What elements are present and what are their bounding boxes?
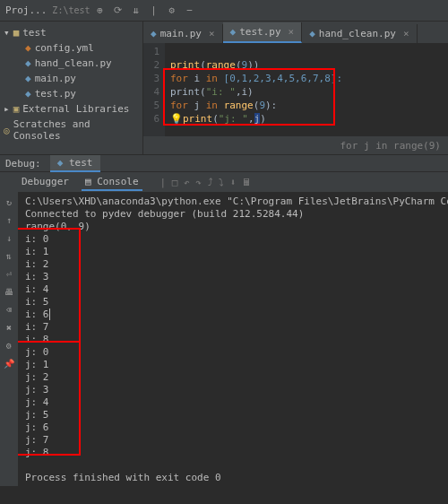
- close-icon[interactable]: ×: [403, 28, 409, 39]
- wrap-icon[interactable]: ⏎: [3, 267, 15, 280]
- console-line: i: 3: [25, 271, 441, 283]
- tree-file-label: hand_clean.py: [35, 57, 112, 69]
- console-line: j: 0: [25, 346, 441, 359]
- file-icon: ◆: [25, 88, 31, 100]
- project-dropdown[interactable]: Proj...: [0, 4, 52, 16]
- debugger-tab[interactable]: Debugger: [18, 174, 73, 191]
- debug-panel-header: Debug: ◆ test: [0, 154, 448, 172]
- py-icon: ◆: [57, 157, 69, 169]
- settings-icon[interactable]: ⚙: [3, 339, 15, 352]
- breadcrumb[interactable]: for j in range(9): [143, 136, 448, 154]
- close-icon[interactable]: ×: [209, 28, 215, 39]
- close-icon[interactable]: ×: [289, 26, 295, 38]
- collapse-icon[interactable]: ⇊: [130, 4, 142, 17]
- tree-root-label: test: [22, 27, 47, 39]
- tab-hand-clean[interactable]: ◆hand_clean.py×: [302, 24, 417, 43]
- py-icon: ◆: [309, 28, 315, 39]
- file-icon: ◆: [25, 42, 31, 54]
- hide-icon[interactable]: −: [184, 4, 196, 17]
- console-line: i: 7: [25, 321, 441, 334]
- debug-label: Debug:: [5, 158, 41, 169]
- debug-run-config[interactable]: ◆ test: [50, 155, 100, 172]
- tree-file[interactable]: ◆hand_clean.py: [0, 56, 142, 71]
- gear-icon[interactable]: ⚙: [166, 4, 178, 17]
- tree-file-label: config.yml: [35, 42, 94, 54]
- console-line: j: 8: [25, 447, 441, 459]
- folder-icon: ■: [13, 27, 20, 39]
- tree-file-label: test.py: [35, 88, 76, 100]
- console-line: range(0, 9): [25, 221, 441, 233]
- down-icon[interactable]: ↓: [3, 231, 15, 244]
- up-icon[interactable]: ↑: [3, 213, 15, 226]
- console-line: j: 7: [25, 434, 441, 447]
- py-icon: ◆: [151, 28, 157, 39]
- console-icon: ▤: [85, 176, 97, 187]
- print-icon[interactable]: 🖶: [3, 285, 15, 298]
- tree-file-label: main.py: [35, 73, 76, 84]
- tab-test[interactable]: ◆test.py×: [223, 22, 303, 43]
- console-line: C:\Users\XHD\anaconda3\python.exe "C:\Pr…: [25, 196, 441, 208]
- rerun-icon[interactable]: ↻: [3, 196, 15, 208]
- console-line: i: 0: [25, 233, 441, 246]
- refresh-icon[interactable]: ⟳: [112, 4, 125, 17]
- tree-label: External Libraries: [22, 103, 129, 115]
- project-path: Z:\test: [52, 5, 90, 15]
- pin-icon[interactable]: 📌: [3, 357, 15, 369]
- console-line: j: 2: [25, 371, 441, 384]
- tab-main[interactable]: ◆main.py×: [143, 24, 223, 43]
- tree-file[interactable]: ◆test.py: [0, 86, 142, 101]
- console-line: [25, 459, 441, 472]
- editor-tabs: ◆main.py× ◆test.py× ◆hand_clean.py×: [143, 22, 448, 43]
- clear-icon[interactable]: ⌫: [3, 303, 15, 316]
- chevron-down-icon: ▾: [4, 27, 10, 39]
- tree-label: Scratches and Consoles: [13, 118, 139, 142]
- console-line: Connected to pydev debugger (build 212.5…: [25, 208, 441, 221]
- tree-file[interactable]: ◆main.py: [0, 71, 142, 86]
- py-icon: ◆: [230, 26, 237, 38]
- tab-label: hand_clean.py: [319, 28, 396, 39]
- mute-icon[interactable]: ✖: [3, 321, 15, 334]
- console-line: j: 6: [25, 421, 441, 434]
- chevron-right-icon: ▸: [4, 103, 10, 115]
- top-toolbar: Proj... Z:\test ⊕ ⟳ ⇊ | ⚙ −: [0, 0, 448, 22]
- debug-toolbar: Debugger ▤ Console | □ ↶ ↷ ⤴ ⤵ ⬇ 🖩: [0, 172, 448, 192]
- console-line: i: 2: [25, 258, 441, 271]
- console-line: i: 6: [25, 308, 441, 321]
- tree-file[interactable]: ◆config.yml: [0, 40, 142, 56]
- code-content[interactable]: print(range(9)) for i in [0,1,2,3,4,5,6,…: [165, 43, 448, 136]
- target-icon[interactable]: ⊕: [94, 4, 107, 17]
- console-tab[interactable]: ▤ Console: [82, 174, 142, 191]
- filter-icon[interactable]: ⇅: [3, 249, 15, 262]
- tab-label: main.py: [160, 28, 202, 39]
- bulb-icon[interactable]: 💡: [170, 113, 183, 125]
- console-line: i: 4: [25, 283, 441, 296]
- console-line: j: 1: [25, 359, 441, 371]
- code-editor[interactable]: 123456 print(range(9)) for i in [0,1,2,3…: [143, 43, 448, 136]
- console-output[interactable]: C:\Users\XHD\anaconda3\python.exe "C:\Pr…: [18, 192, 448, 486]
- scratch-icon: ◎: [4, 125, 10, 136]
- line-gutter: 123456: [143, 43, 165, 136]
- console-line: j: 3: [25, 384, 441, 396]
- tree-root[interactable]: ▾■test: [0, 25, 142, 40]
- tree-external[interactable]: ▸▣External Libraries: [0, 101, 142, 117]
- console-exit: Process finished with exit code 0: [25, 472, 441, 484]
- tree-scratches[interactable]: ◎Scratches and Consoles: [0, 117, 142, 143]
- console-line: i: 5: [25, 296, 441, 308]
- project-tree[interactable]: ▾■test ◆config.yml ◆hand_clean.py ◆main.…: [0, 22, 143, 154]
- lib-icon: ▣: [13, 103, 20, 115]
- console-line: j: 4: [25, 396, 441, 409]
- file-icon: ◆: [25, 73, 31, 84]
- console-line: j: 5: [25, 409, 441, 421]
- step-tools[interactable]: | □ ↶ ↷ ⤴ ⤵ ⬇ 🖩: [160, 177, 252, 188]
- tab-label: test.py: [239, 26, 280, 38]
- console-sidebar: ↻ ↑ ↓ ⇅ ⏎ 🖶 ⌫ ✖ ⚙ 📌: [0, 192, 18, 486]
- file-icon: ◆: [25, 57, 31, 69]
- divider-icon: |: [148, 4, 160, 17]
- console-line: i: 1: [25, 246, 441, 258]
- console-line: i: 8: [25, 334, 441, 346]
